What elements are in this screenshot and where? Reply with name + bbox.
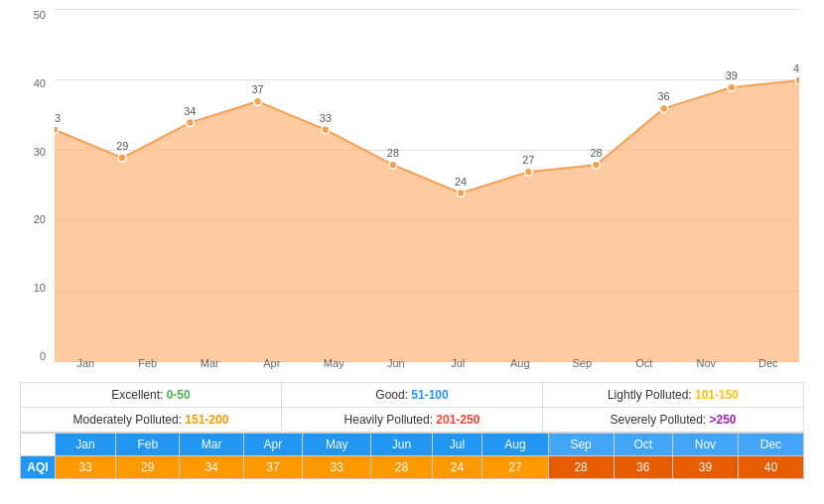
x-label-oct: Oct	[614, 357, 676, 377]
table-header-feb: Feb	[116, 434, 180, 456]
svg-text:33: 33	[320, 112, 332, 124]
svg-point-22	[795, 76, 799, 84]
x-label-apr: Apr	[241, 357, 304, 377]
legend-row-1: Excellent: 0-50 Good: 51-100 Lightly Pol…	[21, 383, 803, 408]
svg-point-12	[457, 189, 465, 197]
svg-text:36: 36	[658, 90, 670, 102]
table-header-jun: Jun	[371, 434, 432, 456]
svg-point-18	[660, 104, 668, 112]
table-cell-jan: 33	[56, 456, 116, 479]
legend-area: Excellent: 0-50 Good: 51-100 Lightly Pol…	[20, 382, 804, 433]
table-cell-sep: 28	[548, 456, 614, 479]
legend-row-2: Moderately Polluted: 151-200 Heavily Pol…	[21, 408, 803, 432]
y-label-30: 30	[20, 147, 50, 158]
legend-lightly: Lightly Polluted: 101-150	[543, 383, 803, 407]
table-header-oct: Oct	[614, 434, 672, 456]
y-label-40: 40	[20, 78, 50, 89]
y-label-0: 0	[20, 351, 50, 362]
svg-text:24: 24	[455, 176, 467, 188]
x-label-jun: Jun	[365, 357, 428, 377]
svg-text:33: 33	[55, 112, 61, 124]
y-label-20: 20	[20, 214, 50, 225]
svg-point-2	[118, 154, 126, 162]
table-cell-aug: 27	[482, 456, 548, 479]
x-label-dec: Dec	[738, 357, 800, 377]
svg-point-6	[254, 97, 262, 105]
x-axis: JanFebMarAprMayJunJulAugSepOctNovDec	[55, 357, 799, 377]
legend-severely: Severely Polluted: >250	[543, 408, 803, 432]
chart-inner: 332934373328242728363940	[55, 10, 799, 362]
table-cell-may: 33	[303, 456, 371, 479]
svg-point-14	[524, 168, 532, 176]
table-header-empty	[21, 434, 56, 456]
legend-moderately: Moderately Polluted: 151-200	[21, 408, 282, 432]
svg-text:37: 37	[252, 83, 264, 95]
svg-point-0	[55, 126, 59, 134]
table-header-jul: Jul	[432, 434, 482, 456]
table-cell-dec: 40	[738, 456, 803, 479]
legend-excellent: Excellent: 0-50	[21, 383, 282, 407]
svg-text:40: 40	[793, 63, 799, 74]
data-table: JanFebMarAprMayJunJulAugSepOctNovDecAQI3…	[20, 433, 804, 479]
svg-text:27: 27	[522, 154, 534, 166]
table-cell-mar: 34	[180, 456, 243, 479]
svg-text:39: 39	[726, 69, 738, 81]
table-header-jan: Jan	[56, 434, 116, 456]
table-cell-nov: 39	[672, 456, 738, 479]
svg-text:28: 28	[590, 147, 602, 159]
table-header-dec: Dec	[738, 434, 803, 456]
y-label-50: 50	[20, 10, 50, 21]
svg-point-16	[593, 161, 601, 169]
x-label-sep: Sep	[551, 357, 614, 377]
legend-good: Good: 51-100	[282, 383, 543, 407]
x-label-nov: Nov	[675, 357, 738, 377]
chart-container: 0 10 20 30 40 50 33293437332824272836394…	[0, 0, 824, 479]
table-header-may: May	[303, 434, 371, 456]
svg-text:34: 34	[184, 105, 196, 117]
table-cell-jun: 28	[371, 456, 432, 479]
x-label-aug: Aug	[489, 357, 552, 377]
table-cell-jul: 24	[432, 456, 482, 479]
table-cell-oct: 36	[614, 456, 672, 479]
svg-text:29: 29	[116, 140, 128, 152]
table-row-label: AQI	[21, 456, 56, 479]
x-label-jul: Jul	[427, 357, 489, 377]
y-label-10: 10	[20, 283, 50, 294]
y-axis: 0 10 20 30 40 50	[20, 10, 50, 362]
svg-point-4	[186, 119, 194, 127]
chart-area: 0 10 20 30 40 50 33293437332824272836394…	[20, 10, 804, 377]
svg-point-8	[322, 126, 330, 134]
table-header-apr: Apr	[243, 434, 302, 456]
x-label-feb: Feb	[117, 357, 180, 377]
x-label-mar: Mar	[179, 357, 241, 377]
table-header-nov: Nov	[672, 434, 738, 456]
table-header-mar: Mar	[180, 434, 243, 456]
table-cell-apr: 37	[243, 456, 302, 479]
area-chart-svg: 332934373328242728363940	[55, 10, 799, 362]
table-header-sep: Sep	[548, 434, 614, 456]
svg-text:28: 28	[387, 147, 399, 159]
table-cell-feb: 29	[116, 456, 180, 479]
x-label-jan: Jan	[55, 357, 117, 377]
svg-point-10	[389, 161, 397, 169]
legend-heavily: Heavily Polluted: 201-250	[282, 408, 543, 432]
x-label-may: May	[303, 357, 365, 377]
table-header-aug: Aug	[482, 434, 548, 456]
svg-point-20	[728, 83, 736, 91]
